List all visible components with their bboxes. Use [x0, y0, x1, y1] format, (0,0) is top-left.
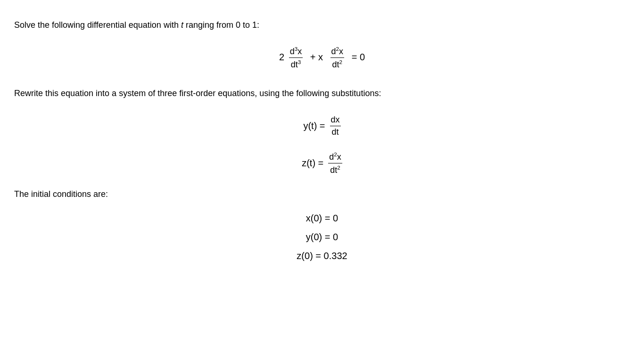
coefficient: 2 — [279, 52, 284, 62]
intro-text: Solve the following differential equatio… — [14, 19, 630, 32]
z-lhs: z(t) = — [302, 158, 323, 169]
first-fraction-numerator: d3x — [289, 46, 303, 58]
initial-conditions-label: The initial conditions are: — [14, 189, 630, 199]
rewrite-instruction: Rewrite this equation into a system of t… — [14, 89, 381, 98]
z-denominator: dt2 — [328, 163, 342, 175]
substitution-y: y(t) = dx dt — [14, 115, 630, 137]
intro-text-part2: ranging from 0 to 1: — [183, 20, 259, 30]
first-fraction-denominator: dt3 — [289, 58, 303, 70]
z-numerator: d2x — [328, 151, 342, 163]
second-fraction-numerator: d2x — [330, 46, 345, 58]
first-fraction: d3x dt3 — [289, 46, 303, 70]
y-lhs: y(t) = — [303, 121, 325, 131]
main-equation-block: 2 d3x dt3 + x d2x dt2 = 0 — [14, 46, 630, 70]
y-denominator: dt — [330, 126, 341, 137]
substitution-z: z(t) = d2x dt2 — [14, 151, 630, 175]
equals-zero: = 0 — [352, 52, 365, 62]
z-initial: z(0) = 0.332 — [14, 246, 630, 265]
y-numerator: dx — [330, 115, 341, 126]
substitutions-block: y(t) = dx dt z(t) = d2x dt2 — [14, 115, 630, 175]
intro-text-part1: Solve the following differential equatio… — [14, 20, 181, 30]
y-fraction: dx dt — [330, 115, 341, 137]
second-fraction-denominator: dt2 — [330, 58, 345, 70]
z-fraction: d2x dt2 — [328, 151, 342, 175]
y-initial: y(0) = 0 — [14, 228, 630, 246]
rewrite-text: Rewrite this equation into a system of t… — [14, 86, 630, 101]
plus-x: + x — [310, 52, 323, 62]
x-initial: x(0) = 0 — [14, 209, 630, 228]
second-fraction: d2x dt2 — [330, 46, 345, 70]
initial-conditions-block: x(0) = 0 y(0) = 0 z(0) = 0.332 — [14, 209, 630, 265]
